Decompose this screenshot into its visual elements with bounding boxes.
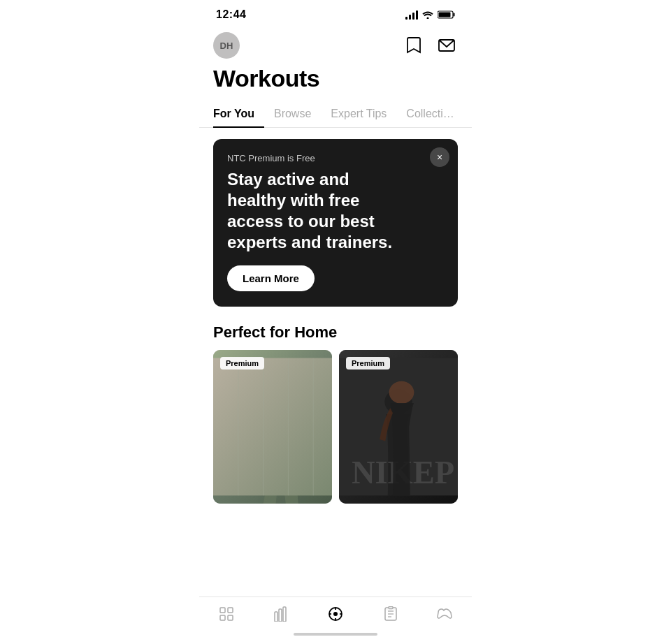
svg-rect-1 (454, 13, 455, 17)
home-bar (294, 633, 377, 636)
feed-icon (218, 606, 235, 622)
premium-badge-2: Premium (346, 357, 390, 369)
bookmark-button[interactable] (403, 34, 424, 59)
svg-rect-6 (213, 358, 332, 496)
tabs-bar: For You Browse Expert Tips Collecti… (199, 102, 472, 128)
athlete-figure (339, 350, 458, 504)
page-title: Workouts (199, 59, 472, 92)
shop-icon (436, 606, 453, 622)
activity-icon (272, 606, 289, 622)
header-icons (403, 34, 458, 59)
home-indicator (199, 624, 472, 644)
wifi-icon (422, 10, 433, 19)
tab-for-you[interactable]: For You (213, 102, 264, 127)
promo-close-button[interactable]: × (430, 147, 449, 167)
svg-rect-16 (220, 608, 225, 613)
svg-rect-33 (389, 607, 393, 609)
promo-cta-button[interactable]: Learn More (227, 265, 315, 291)
status-icons (405, 10, 455, 20)
svg-rect-20 (275, 612, 277, 622)
svg-rect-17 (220, 615, 225, 620)
promo-subtitle: NTC Premium is Free (227, 153, 444, 163)
tab-browse[interactable]: Browse (264, 102, 321, 127)
cards-row-home: Premium (199, 350, 472, 504)
workouts-icon (327, 606, 344, 622)
svg-point-24 (333, 612, 338, 616)
phone-frame: 12:44 DH (199, 0, 472, 644)
promo-title: Stay active and healthy with free access… (227, 169, 412, 253)
svg-rect-21 (279, 609, 282, 622)
svg-rect-19 (228, 615, 233, 620)
card-nike-workout[interactable]: Premium NIKEP (339, 350, 458, 504)
avatar[interactable]: DH (213, 32, 240, 59)
section-perfect-for-home-title: Perfect for Home (199, 318, 472, 350)
mail-button[interactable] (435, 36, 458, 57)
content-area: × NTC Premium is Free Stay active and he… (199, 128, 472, 624)
header: DH (199, 27, 472, 59)
mail-icon (438, 38, 455, 52)
card-woman-workout[interactable]: Premium (213, 350, 332, 504)
svg-point-15 (389, 381, 414, 404)
bookmark-icon (406, 36, 421, 54)
programs-icon (382, 606, 399, 622)
signal-icon (405, 10, 418, 20)
svg-rect-2 (439, 13, 451, 17)
promo-banner: × NTC Premium is Free Stay active and he… (213, 139, 458, 307)
tab-collections[interactable]: Collecti… (396, 102, 463, 127)
status-time: 12:44 (216, 8, 246, 21)
svg-rect-18 (228, 608, 233, 613)
battery-icon (438, 10, 455, 19)
premium-badge-1: Premium (220, 357, 264, 369)
background-lines (213, 350, 332, 504)
tab-expert-tips[interactable]: Expert Tips (321, 102, 396, 127)
status-bar: 12:44 (199, 0, 472, 27)
svg-rect-22 (283, 607, 286, 622)
